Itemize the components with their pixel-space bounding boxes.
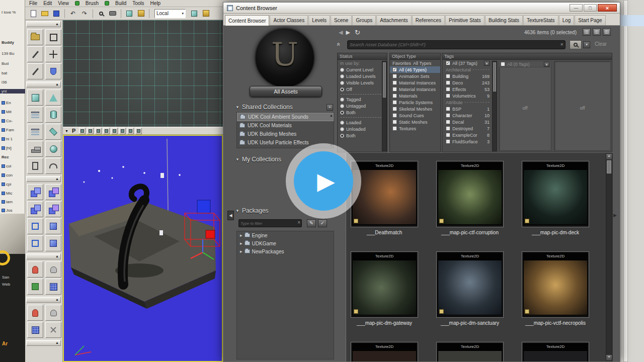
select-mode-button[interactable]	[27, 235, 43, 251]
tab-building-stats[interactable]: Building Stats	[485, 15, 523, 25]
asset-card[interactable]: Texture2D ___map-pic-dm-sanctuary	[436, 251, 504, 326]
tag-row[interactable]: ExampleCor8	[443, 132, 492, 138]
viewport-option-button[interactable]	[87, 128, 94, 134]
edit-package-button[interactable]: ✎	[307, 219, 316, 227]
search-button[interactable]	[96, 9, 106, 19]
orthographic-viewport[interactable]	[63, 20, 223, 127]
chevron-down-icon[interactable]: ▼	[65, 129, 68, 133]
collection-item[interactable]: UDK Cool Ambient Sounds▲	[237, 113, 334, 121]
tab-content-browser[interactable]: Content Browser	[225, 15, 269, 26]
all-types-checkbox-row[interactable]: All (46 Types)	[390, 66, 440, 73]
scroll-up-icon[interactable]: ▲	[330, 114, 333, 117]
collection-item[interactable]: UDK Building Meshes	[237, 130, 334, 138]
capture-button[interactable]	[108, 9, 118, 19]
minimize-button[interactable]: —	[570, 4, 583, 12]
fluid-tool-button[interactable]	[27, 305, 43, 321]
package-item-engine[interactable]: ▸Engine	[237, 231, 334, 239]
palette-collapse-bar[interactable]: ▲	[26, 176, 61, 182]
dropdown-icon[interactable]: ▾	[484, 61, 490, 66]
terrain-tool-button[interactable]	[27, 279, 43, 295]
radio-untagged[interactable]: Untagged	[338, 103, 387, 109]
viewport-type-label[interactable]: P	[72, 128, 75, 134]
history-forward-icon[interactable]: ▶	[346, 29, 350, 36]
clear-search-icon[interactable]: ×	[560, 41, 564, 47]
tag-row[interactable]: Destroyed7	[443, 125, 492, 132]
radio-current-level[interactable]: Current Level	[338, 66, 387, 73]
terrain-mode-button[interactable]	[27, 63, 43, 79]
delete-tool-button[interactable]	[45, 322, 61, 338]
open-button[interactable]	[40, 9, 50, 19]
tab-attachments[interactable]: Attachments	[376, 15, 412, 25]
palette-collapse-bar[interactable]: ▲	[26, 21, 61, 27]
viewport-option-button[interactable]	[103, 128, 110, 134]
tag-row[interactable]: BSP1	[443, 106, 492, 112]
type-row[interactable]: Static Meshes	[390, 119, 440, 125]
maximize-button[interactable]: □	[584, 4, 597, 12]
scroll-up-icon[interactable]: ▲	[606, 154, 612, 159]
tag-row[interactable]: Deco243	[443, 79, 492, 86]
close-button[interactable]: ×	[598, 4, 617, 12]
radio-loaded-levels[interactable]: Loaded Levels	[338, 73, 387, 79]
type-row[interactable]: Animation Sets	[390, 73, 440, 79]
type-row[interactable]: Material Instances	[390, 86, 440, 93]
filter-dropdown-icon[interactable]: ▾	[583, 41, 590, 48]
tab-actor-classes[interactable]: Actor Classes	[270, 15, 308, 25]
shared-collections-header[interactable]: ▼ Shared Collections +	[235, 103, 336, 111]
viewport-option-button[interactable]	[111, 128, 118, 134]
asset-card[interactable]: Texture2D ___map-pic-ctf-corruption	[436, 161, 504, 235]
cone-primitive-button[interactable]	[45, 89, 61, 106]
type-row[interactable]: Materials	[390, 93, 440, 99]
menu-tools[interactable]: Tools	[132, 1, 144, 6]
tab-scene[interactable]: Scene	[331, 15, 352, 25]
collapse-filters-icon[interactable]: «	[335, 43, 342, 46]
asset-card[interactable]: Texture2D	[522, 342, 589, 361]
type-row[interactable]: Sound Cues	[390, 112, 440, 119]
paint-mode-button[interactable]	[27, 46, 43, 62]
all-types-tab[interactable]: All Types	[413, 61, 431, 66]
asset-card[interactable]: Texture2D	[436, 342, 504, 361]
all-zero-tags-row[interactable]: All (0 Tags)▾	[499, 61, 551, 67]
undo-button[interactable]: ↶	[68, 9, 78, 19]
coordinate-system-dropdown[interactable]: Local ▾	[154, 9, 186, 18]
csg-intersect-button[interactable]	[27, 201, 43, 217]
menu-edit[interactable]: Edit	[43, 1, 52, 6]
add-collection-button[interactable]: +	[327, 104, 333, 111]
type-row[interactable]: Material Instances	[390, 79, 440, 86]
scroll-down-icon[interactable]: ▼	[606, 355, 612, 360]
tab-start-page[interactable]: Start Page	[575, 15, 605, 25]
csg-add-button[interactable]	[27, 184, 43, 200]
radio-both-loaded[interactable]: Both	[338, 132, 387, 139]
all-tags-checkbox-row[interactable]: All (37 Tags)▾	[443, 60, 492, 66]
asset-card[interactable]: Texture2D	[351, 342, 418, 361]
expander-icon[interactable]: ▸	[240, 249, 243, 254]
cleanup-tool-button[interactable]	[45, 305, 61, 321]
snap-button[interactable]	[189, 9, 199, 19]
video-play-overlay[interactable]: ▶	[286, 143, 361, 219]
packages-filter-input[interactable]	[240, 220, 293, 226]
decal-tool-button[interactable]	[45, 261, 61, 278]
refresh-icon[interactable]: ↻	[355, 29, 360, 36]
type-row[interactable]: Particle Systems	[390, 99, 440, 106]
save-button[interactable]	[51, 9, 61, 19]
cylinder-primitive-button[interactable]	[45, 107, 61, 123]
expander-icon[interactable]: ▸	[240, 233, 243, 238]
tag-row[interactable]: Decal31	[443, 119, 492, 125]
asset-card[interactable]: Texture2D ___map-pic-dm-gateway	[351, 251, 418, 326]
collection-item[interactable]: UDK Cool Materials	[237, 121, 334, 130]
tag-row[interactable]: Building169	[443, 73, 492, 79]
tab-groups[interactable]: Groups	[352, 15, 376, 25]
clear-filters-button[interactable]: Clear	[595, 41, 607, 47]
asset-scrollbar[interactable]: ▲ ▼	[606, 153, 612, 361]
menu-build[interactable]: Build	[115, 1, 126, 6]
history-back-icon[interactable]: ◀	[339, 29, 343, 36]
clear-packages-filter-icon[interactable]: ×	[297, 220, 300, 225]
viewport-option-button[interactable]	[135, 128, 142, 134]
viewport-option-button[interactable]	[79, 128, 86, 134]
bg-scrollbar[interactable]	[623, 0, 628, 362]
thumbnail-view-icon[interactable]	[583, 28, 591, 36]
tab-log[interactable]: Log	[559, 15, 575, 25]
expand-right-panel-button[interactable]: ▶	[612, 211, 618, 220]
add-volume-button[interactable]	[27, 218, 43, 234]
geometry-mode-button[interactable]	[45, 29, 61, 45]
grid-tool-button[interactable]	[45, 279, 61, 295]
